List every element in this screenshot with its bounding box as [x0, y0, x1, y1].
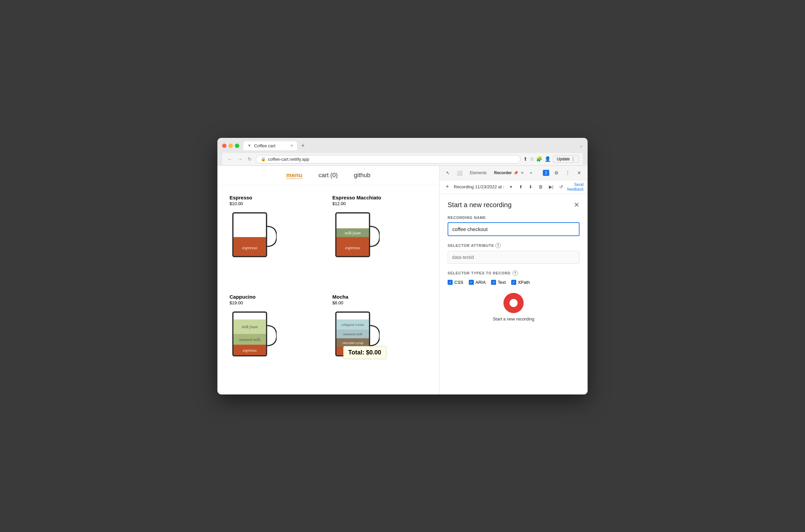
- devtools-panel: ↖ ⬜ Elements Recorder 📌 ✕ » 2 ⚙ ⋮ ✕: [440, 166, 588, 395]
- recording-name-input[interactable]: [447, 222, 580, 236]
- nav-menu-link[interactable]: menu: [286, 172, 302, 179]
- tab-title: Coffee cart: [254, 143, 275, 148]
- selector-attr-label: SELECTOR ATTRIBUTE ?: [447, 243, 580, 248]
- coffee-name: Mocha: [332, 294, 427, 300]
- selector-types-label: SELECTOR TYPES TO RECORD ?: [447, 270, 580, 276]
- coffee-price: $10.00: [230, 201, 325, 206]
- recording-name-label: RECORDING NAME: [447, 215, 580, 220]
- download-recording-button[interactable]: ⬇: [527, 183, 534, 190]
- tab-favicon: ▼: [248, 143, 251, 148]
- back-button[interactable]: ←: [226, 156, 234, 163]
- close-window-button[interactable]: [222, 144, 226, 148]
- coffee-nav: menu cart (0) github: [217, 166, 439, 185]
- coffee-price: $19.00: [230, 300, 325, 305]
- selector-types-help-icon[interactable]: ?: [513, 270, 518, 276]
- selector-attr-help-icon[interactable]: ?: [495, 243, 501, 248]
- forward-button[interactable]: →: [236, 156, 244, 163]
- send-feedback-link[interactable]: Send feedback: [567, 182, 584, 192]
- modal-close-button[interactable]: ✕: [574, 201, 580, 209]
- record-inner-circle: [510, 299, 517, 307]
- recorder-tab-close-icon[interactable]: ✕: [520, 171, 524, 175]
- svg-text:steamed milk: steamed milk: [343, 332, 363, 336]
- update-button[interactable]: Update ⋮: [553, 155, 579, 163]
- inspector-tool-button[interactable]: ↖: [443, 169, 452, 177]
- coffee-app-panel: menu cart (0) github Espresso $10.00: [217, 166, 440, 395]
- checkbox-xpath-label: XPath: [518, 280, 530, 285]
- checkbox-css[interactable]: ✓ CSS: [447, 280, 463, 285]
- devtools-header: ↖ ⬜ Elements Recorder 📌 ✕ » 2 ⚙ ⋮ ✕: [440, 166, 588, 180]
- refresh-button[interactable]: ↻: [246, 156, 253, 163]
- svg-text:espresso: espresso: [242, 245, 257, 250]
- svg-text:espresso: espresso: [345, 245, 360, 250]
- checkbox-text[interactable]: ✓ Text: [491, 280, 506, 285]
- tabs-chevron-icon[interactable]: ⌄: [580, 143, 583, 148]
- replay-button[interactable]: ↺: [557, 183, 565, 190]
- coffee-price: $8.00: [332, 300, 427, 305]
- checkbox-xpath[interactable]: ✓ XPath: [511, 280, 530, 285]
- traffic-lights: [222, 144, 239, 148]
- content-area: menu cart (0) github Espresso $10.00: [217, 166, 588, 395]
- coffee-name: Espresso Macchiato: [332, 195, 427, 201]
- browser-window: ▼ Coffee cart ✕ + ⌄ ← → ↻ 🔒 coffee-cart.…: [217, 138, 588, 395]
- browser-tab-coffee-cart[interactable]: ▼ Coffee cart ✕: [243, 141, 297, 150]
- tab-elements[interactable]: Elements: [466, 169, 490, 176]
- devtools-tabs: Elements Recorder 📌 ✕ »: [466, 169, 540, 176]
- svg-text:chocolate syrup: chocolate syrup: [342, 341, 364, 345]
- delete-recording-button[interactable]: 🗑: [536, 183, 545, 190]
- selector-attr-input[interactable]: [447, 251, 580, 264]
- svg-text:whipped cream: whipped cream: [341, 323, 364, 326]
- recording-dropdown-button[interactable]: ▾: [508, 183, 514, 190]
- tabs-bar: ▼ Coffee cart ✕ + ⌄: [243, 141, 583, 150]
- share-icon[interactable]: ⬆: [523, 156, 528, 162]
- checkbox-text-label: Text: [498, 280, 506, 285]
- list-item[interactable]: Espresso Macchiato $12.00 espresso milk …: [328, 191, 432, 290]
- start-recording-button[interactable]: [504, 293, 524, 313]
- devtools-settings-button[interactable]: ⚙: [552, 169, 561, 177]
- minimize-window-button[interactable]: [228, 144, 233, 148]
- nav-cart-link[interactable]: cart (0): [318, 172, 337, 179]
- extensions-icon[interactable]: 🧩: [536, 156, 543, 162]
- checkbox-css-label: CSS: [454, 280, 463, 285]
- devtools-close-button[interactable]: ✕: [575, 169, 584, 177]
- list-item[interactable]: Espresso $10.00 espresso: [225, 191, 328, 290]
- recording-name-display: Recording 11/23/2022 at :: [454, 184, 505, 189]
- total-tooltip: Total: $0.00: [343, 346, 386, 359]
- coffee-name: Espresso: [230, 195, 325, 201]
- url-field[interactable]: 🔒 coffee-cart.netlify.app: [256, 155, 520, 164]
- address-bar: ← → ↻ 🔒 coffee-cart.netlify.app ⬆ ☆ 🧩 👤 …: [222, 153, 583, 166]
- list-item[interactable]: Mocha $8.00 espresso chocolate syrup: [328, 290, 432, 389]
- upload-recording-button[interactable]: ⬆: [517, 183, 525, 190]
- profile-icon[interactable]: 👤: [545, 156, 551, 162]
- devtools-toolbar: + Recording 11/23/2022 at : ▾ ⬆ ⬇ 🗑 ▶| ↺…: [440, 180, 588, 194]
- coffee-price: $12.00: [332, 201, 427, 206]
- recorder-pin-icon: 📌: [514, 171, 518, 175]
- tab-close-icon[interactable]: ✕: [290, 144, 293, 148]
- checkbox-aria[interactable]: ✓ ARIA: [469, 280, 486, 285]
- cup-espresso: espresso: [230, 209, 277, 263]
- devtools-badge[interactable]: 2: [543, 170, 549, 176]
- new-tab-button[interactable]: +: [298, 141, 307, 150]
- svg-text:milk foam: milk foam: [345, 231, 361, 235]
- coffee-grid: Espresso $10.00 espresso: [217, 185, 439, 395]
- responsive-mode-button[interactable]: ⬜: [455, 169, 464, 177]
- modal-header: Start a new recording ✕: [447, 201, 580, 209]
- lock-icon: 🔒: [261, 157, 266, 162]
- cup-macchiato: espresso milk foam: [332, 209, 380, 263]
- tab-recorder[interactable]: Recorder 📌 ✕: [491, 169, 527, 176]
- svg-text:espresso: espresso: [243, 348, 257, 353]
- add-recording-button[interactable]: +: [443, 182, 451, 191]
- start-recording-label: Start a new recording: [493, 317, 534, 322]
- checkbox-row: ✓ CSS ✓ ARIA ✓ Text ✓ XPath: [447, 280, 580, 285]
- maximize-window-button[interactable]: [235, 144, 239, 148]
- more-tabs-button[interactable]: »: [528, 169, 534, 176]
- toolbar-actions: ⬆ ⬇ 🗑 ▶| ↺ Send feedback: [517, 182, 584, 192]
- record-section: Start a new recording: [447, 293, 580, 322]
- title-bar: ▼ Coffee cart ✕ + ⌄ ← → ↻ 🔒 coffee-cart.…: [217, 138, 588, 166]
- bookmark-icon[interactable]: ☆: [530, 156, 534, 162]
- modal-title: Start a new recording: [447, 201, 512, 209]
- play-step-button[interactable]: ▶|: [547, 183, 555, 190]
- devtools-more-button[interactable]: ⋮: [563, 169, 572, 177]
- coffee-name: Cappucino: [230, 294, 325, 300]
- list-item[interactable]: Cappucino $19.00 espresso steamed milk: [225, 290, 328, 389]
- nav-github-link[interactable]: github: [354, 172, 370, 179]
